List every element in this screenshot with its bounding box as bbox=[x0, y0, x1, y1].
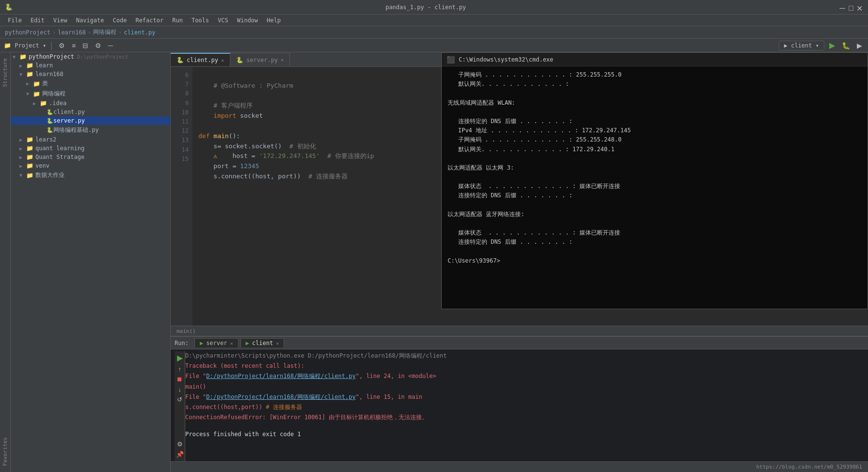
tree-item-serverpy[interactable]: ▶ 🐍 server.py bbox=[11, 116, 170, 125]
structure-tab[interactable]: Structure bbox=[1, 54, 9, 91]
output-command: D:\pycharminter\Scripts\python.exe D:/py… bbox=[185, 351, 864, 361]
menu-tools[interactable]: Tools bbox=[188, 16, 213, 25]
coverage-button[interactable]: ▶ bbox=[855, 41, 864, 50]
breadcrumb-network[interactable]: 网络编程 bbox=[93, 28, 116, 36]
run-settings-button[interactable]: ⚙ bbox=[177, 441, 183, 448]
run-config-selector[interactable]: ▶ client ▾ bbox=[779, 41, 824, 50]
toolbar-sort[interactable]: ≡ bbox=[70, 41, 78, 50]
tree-item-venv[interactable]: ▶ 📁 venv bbox=[11, 161, 170, 170]
project-sidebar: ▼ 📁 pythonProject D:\pythonProject ▶ 📁 l… bbox=[11, 52, 171, 472]
toolbar-minimize[interactable]: ─ bbox=[106, 41, 115, 50]
editor-column: 🐍 client.py ✕ 🐍 server.py ✕ 6 7 8 bbox=[171, 52, 868, 472]
cmd-content: 子网掩码 . . . . . . . . . . . . : 255.255.2… bbox=[442, 66, 868, 309]
folder-icon-idea: 📁 bbox=[40, 100, 47, 107]
output-error: ConnectionRefusedError: [WinError 10061]… bbox=[185, 413, 864, 422]
code-breadcrumb: main() bbox=[171, 326, 868, 336]
tree-item-jichupy[interactable]: ▶ 🐍 网络编程基础.py bbox=[11, 125, 170, 135]
menu-bar: File Edit View Navigate Code Refactor Ru… bbox=[0, 15, 868, 26]
maximize-button[interactable]: □ bbox=[848, 4, 854, 11]
breadcrumb-learn168[interactable]: learn168 bbox=[58, 29, 86, 36]
run-play-button[interactable]: ▶ bbox=[177, 353, 183, 362]
breadcrumb-file[interactable]: client.py bbox=[124, 29, 155, 36]
folder-icon: 📁 bbox=[19, 53, 27, 60]
folder-icon-quantstratage: 📁 bbox=[26, 154, 33, 160]
title-bar-title: pandas_1.py - client.py bbox=[386, 4, 466, 11]
folder-icon-venv: 📁 bbox=[26, 162, 33, 169]
menu-run[interactable]: Run bbox=[168, 16, 187, 25]
tree-item-wangluo[interactable]: ▼ 📁 网络编程 bbox=[11, 89, 170, 99]
py-tab-icon-client: 🐍 bbox=[177, 57, 184, 63]
run-pin-button[interactable]: 📌 bbox=[176, 451, 184, 458]
tree-item-learn[interactable]: ▶ 📁 learn bbox=[11, 61, 170, 70]
title-bar-controls: ─ □ ✕ bbox=[839, 4, 863, 11]
tab-clientpy[interactable]: 🐍 client.py ✕ bbox=[171, 53, 230, 66]
tree-item-quantstratage[interactable]: ▶ 📁 Quant Stratage bbox=[11, 153, 170, 161]
run-output: ▶ ↑ ⏹ ↓ ↺ ⚙ 📌 ✕ D:\pycharminter\Scripts\… bbox=[171, 349, 868, 472]
breadcrumb: pythonProject › learn168 › 网络编程 › client… bbox=[0, 26, 868, 39]
tree-item-pythonProject[interactable]: ▼ 📁 pythonProject D:\pythonProject bbox=[11, 52, 170, 61]
main-toolbar: 📁 Project ▾ | ⚙ ≡ ⊟ ⚙ ─ ▶ client ▾ ▶ 🐛 ▶ bbox=[0, 39, 868, 52]
tree-item-lears2[interactable]: ▶ 📁 lears2 bbox=[11, 135, 170, 144]
run-label: Run: bbox=[175, 340, 189, 346]
menu-edit[interactable]: Edit bbox=[27, 16, 48, 25]
tree-item-learn168[interactable]: ▼ 📁 learn168 bbox=[11, 70, 170, 79]
folder-icon-wangluo: 📁 bbox=[33, 91, 40, 97]
left-panel-tabs: Structure Favorites bbox=[0, 52, 11, 472]
folder-icon-learn168: 📁 bbox=[26, 71, 33, 78]
app-icon: 🐍 bbox=[5, 3, 13, 11]
menu-code[interactable]: Code bbox=[109, 16, 131, 25]
run-tab-server[interactable]: ▶ server ✕ bbox=[194, 338, 239, 347]
server-tab-icon: ▶ bbox=[200, 340, 203, 346]
title-bar-left: 🐍 bbox=[5, 3, 13, 11]
close-tab-server[interactable]: ✕ bbox=[281, 57, 284, 63]
run-stop-button[interactable]: ⏹ bbox=[177, 376, 183, 383]
cmd-title: C:\Windows\system32\cmd.exe bbox=[459, 56, 553, 63]
tree-item-idea[interactable]: ▶ 📁 .idea bbox=[11, 99, 170, 108]
menu-help[interactable]: Help bbox=[263, 16, 285, 25]
close-run-tab-server[interactable]: ✕ bbox=[230, 341, 233, 346]
py-tab-icon-server: 🐍 bbox=[236, 57, 243, 63]
tree-item-quantlearning[interactable]: ▶ 📁 quant learning bbox=[11, 144, 170, 153]
tab-serverpy[interactable]: 🐍 server.py ✕ bbox=[230, 53, 290, 66]
tree-item-shuju[interactable]: ▼ 📁 数据大作业 bbox=[11, 170, 170, 180]
py-icon-client: 🐍 bbox=[47, 109, 53, 115]
output-file1: File "D:/pythonProject/learn168/网络编程/cli… bbox=[185, 372, 864, 381]
toolbar-left: 📁 Project ▾ | ⚙ ≡ ⊟ ⚙ ─ bbox=[4, 41, 115, 50]
run-down-button[interactable]: ↓ bbox=[178, 386, 181, 393]
menu-vcs[interactable]: VCS bbox=[214, 16, 232, 25]
favorites-tab[interactable]: Favorites bbox=[1, 433, 9, 470]
toolbar-collapse[interactable]: ⊟ bbox=[80, 41, 90, 50]
output-process-finished: Process finished with exit code 1 bbox=[185, 430, 864, 439]
menu-window[interactable]: Window bbox=[233, 16, 262, 25]
run-up-button[interactable]: ↑ bbox=[178, 365, 181, 373]
menu-view[interactable]: View bbox=[49, 16, 71, 25]
folder-icon-lears2: 📁 bbox=[26, 136, 33, 143]
close-tab-client[interactable]: ✕ bbox=[221, 58, 224, 63]
client-tab-icon: ▶ bbox=[246, 340, 249, 346]
folder-icon-shuju: 📁 bbox=[26, 172, 33, 179]
run-tab-client[interactable]: ▶ client ✕ bbox=[241, 338, 285, 347]
breadcrumb-project[interactable]: pythonProject bbox=[5, 29, 50, 36]
close-run-tab-client[interactable]: ✕ bbox=[276, 341, 279, 346]
toolbar-gear[interactable]: ⚙ bbox=[93, 41, 103, 50]
close-button[interactable]: ✕ bbox=[856, 4, 863, 11]
menu-file[interactable]: File bbox=[4, 16, 26, 25]
toolbar-settings[interactable]: ⚙ bbox=[57, 41, 67, 50]
menu-navigate[interactable]: Navigate bbox=[72, 16, 108, 25]
run-rerun-button[interactable]: ↺ bbox=[177, 396, 182, 403]
minimize-button[interactable]: ─ bbox=[839, 4, 846, 11]
cmd-window: ⬛ C:\Windows\system32\cmd.exe 子网掩码 . . .… bbox=[441, 52, 868, 309]
title-bar: 🐍 pandas_1.py - client.py ─ □ ✕ bbox=[0, 0, 868, 15]
cmd-icon: ⬛ bbox=[447, 56, 455, 63]
run-side-toolbar: ▶ ↑ ⏹ ↓ ↺ ⚙ 📌 ✕ bbox=[175, 351, 185, 470]
run-button[interactable]: ▶ bbox=[827, 40, 837, 51]
tree-item-clientpy[interactable]: ▶ 🐍 client.py bbox=[11, 108, 170, 116]
tree-item-lei[interactable]: ▶ 📁 类 bbox=[11, 79, 170, 89]
status-url: https://blog.csdn.net/m0_52939861 bbox=[756, 464, 862, 470]
main-content: Structure Favorites ▼ 📁 pythonProject D:… bbox=[0, 52, 868, 472]
menu-refactor[interactable]: Refactor bbox=[131, 16, 167, 25]
project-tree: ▼ 📁 pythonProject D:\pythonProject ▶ 📁 l… bbox=[11, 52, 170, 472]
run-output-content: D:\pycharminter\Scripts\python.exe D:/py… bbox=[185, 351, 864, 470]
debug-button[interactable]: 🐛 bbox=[840, 41, 852, 50]
toolbar-right: ▶ client ▾ ▶ 🐛 ▶ bbox=[779, 40, 864, 51]
